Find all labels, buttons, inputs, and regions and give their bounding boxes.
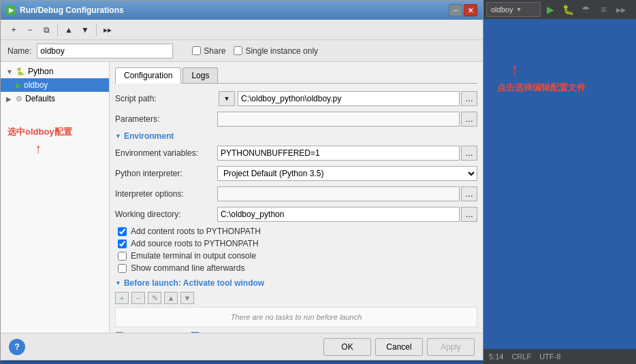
tree-oldboy-item[interactable]: ▶ oldboy <box>1 78 109 92</box>
parameters-input[interactable] <box>217 112 460 127</box>
interpreter-label: Python interpreter: <box>115 169 217 178</box>
close-button[interactable]: ✕ <box>464 4 477 16</box>
config-toolbar: + − ⧉ ▲ ▼ ▸▸ <box>1 20 483 40</box>
launch-empty-message: There are no tasks to run before launch <box>115 307 477 327</box>
before-launch-triangle-icon: ▼ <box>115 280 121 286</box>
check4-label: Show command line afterwards <box>131 263 244 273</box>
working-dir-row: Working directory: … <box>115 206 477 222</box>
annotation-arrow-left: ↑ <box>35 141 109 156</box>
copy-config-button[interactable]: ⧉ <box>39 22 54 37</box>
environment-header: ▼ Environment <box>115 131 477 141</box>
check3-row: Emulate terminal in output console <box>115 251 477 261</box>
parameters-label: Parameters: <box>115 114 217 124</box>
share-options: Share Single instance only <box>192 46 318 56</box>
single-instance-checkbox[interactable] <box>234 46 242 55</box>
launch-toolbar: + − ✎ ▲ ▼ <box>115 292 477 304</box>
config-name-input[interactable] <box>37 44 173 59</box>
add-config-button[interactable]: + <box>6 22 21 37</box>
launch-remove-button[interactable]: − <box>131 292 145 304</box>
expand-icon: ▼ <box>6 68 13 76</box>
run-selector-arrow-icon: ▼ <box>515 6 522 13</box>
interp-options-input[interactable] <box>217 186 460 201</box>
working-dir-input[interactable] <box>217 207 460 222</box>
parameters-row: Parameters: … <box>115 111 477 127</box>
interp-options-row: Interpreter options: … <box>115 186 477 202</box>
check2-checkbox[interactable] <box>118 239 127 248</box>
name-row: Name: Share Single instance only <box>1 40 483 62</box>
cancel-button[interactable]: Cancel <box>375 338 423 356</box>
run-config-selector[interactable]: oldboy ▼ <box>486 2 541 17</box>
share-checkbox[interactable] <box>192 46 201 55</box>
working-dir-label: Working directory: <box>115 210 217 219</box>
interp-options-browse[interactable]: … <box>461 186 477 201</box>
script-path-row: Script path: ▼ … <box>115 90 477 107</box>
tree-python-item[interactable]: ▼ 🐍 Python <box>1 65 109 78</box>
tab-configuration[interactable]: Configuration <box>115 67 181 84</box>
check3-label: Emulate terminal in output console <box>131 251 256 261</box>
cursor-position: 5:14 <box>489 352 503 361</box>
python-label: Python <box>28 67 53 76</box>
coverage-button[interactable]: ☂ <box>577 2 594 17</box>
expand-defaults-icon: ▶ <box>6 95 13 103</box>
minimize-button[interactable]: ─ <box>449 4 462 16</box>
defaults-label: Defaults <box>25 94 55 103</box>
env-triangle-icon: ▼ <box>115 133 121 139</box>
help-button[interactable]: ? <box>9 339 25 355</box>
more-run-button[interactable]: ▸▸ <box>613 2 629 17</box>
annotation-right-text: 点击选择编辑配置文件 <box>497 82 636 94</box>
check2-row: Add source roots to PYTHONPATH <box>115 239 477 248</box>
check3-checkbox[interactable] <box>118 252 127 261</box>
check1-checkbox[interactable] <box>118 227 127 236</box>
move-up-button[interactable]: ▲ <box>61 22 76 37</box>
debug-button[interactable]: 🐛 <box>560 2 576 17</box>
run-config-name: oldboy <box>491 5 513 14</box>
check4-checkbox[interactable] <box>118 264 127 273</box>
tab-logs[interactable]: Logs <box>182 67 218 83</box>
more-button[interactable]: ▸▸ <box>100 22 115 37</box>
run-button[interactable]: ▶ <box>542 2 558 17</box>
remove-config-button[interactable]: − <box>22 22 37 37</box>
check1-row: Add content roots to PYTHONPATH <box>115 227 477 236</box>
share-checkbox-label[interactable]: Share <box>192 46 225 56</box>
before-launch-section: ▼ Before launch: Activate tool window + … <box>115 278 477 327</box>
check1-label: Add content roots to PYTHONPATH <box>131 227 261 236</box>
dialog-footer: ? OK Cancel Apply <box>1 333 483 360</box>
profile-button[interactable]: ≡ <box>595 2 611 17</box>
env-variables-browse[interactable]: … <box>461 146 477 161</box>
script-path-label: Script path: <box>115 94 217 103</box>
launch-edit-button[interactable]: ✎ <box>148 292 161 304</box>
interp-options-label: Interpreter options: <box>115 189 217 199</box>
interpreter-select[interactable]: Project Default (Python 3.5) <box>217 166 477 181</box>
oldboy-label: oldboy <box>24 80 48 90</box>
ide-toolbar: oldboy ▼ ▶ 🐛 ☂ ≡ ▸▸ <box>483 0 636 19</box>
annotation-arrow-right: ↑ <box>511 60 636 79</box>
script-path-input[interactable] <box>238 91 460 106</box>
toolbar-separator-2 <box>96 24 97 36</box>
tree-defaults-item[interactable]: ▶ ⚙ Defaults <box>1 92 109 105</box>
script-path-dropdown[interactable]: ▼ <box>219 91 235 106</box>
apply-button[interactable]: Apply <box>427 338 475 356</box>
window-controls: ─ ✕ <box>449 4 477 16</box>
ide-statusbar: 5:14 CRLF UTF-8 <box>483 349 636 364</box>
interpreter-row: Python interpreter: Project Default (Pyt… <box>115 165 477 182</box>
working-dir-browse[interactable]: … <box>461 207 477 222</box>
environment-section: ▼ Environment Environment variables: … P… <box>115 131 477 273</box>
file-encoding: UTF-8 <box>539 352 560 361</box>
launch-down-button[interactable]: ▼ <box>180 292 194 304</box>
env-variables-row: Environment variables: … <box>115 145 477 161</box>
launch-add-button[interactable]: + <box>115 292 129 304</box>
tabs: Configuration Logs <box>115 67 477 84</box>
ok-button[interactable]: OK <box>323 338 371 356</box>
move-down-button[interactable]: ▼ <box>78 22 93 37</box>
parameters-browse[interactable]: … <box>461 112 477 127</box>
single-instance-label[interactable]: Single instance only <box>234 46 318 56</box>
script-path-browse[interactable]: … <box>461 91 477 106</box>
window-title: Run/Debug Configurations <box>20 5 124 15</box>
name-label: Name: <box>7 46 31 56</box>
run-config-icon: ▶ <box>16 81 21 90</box>
env-variables-input[interactable] <box>217 146 460 161</box>
right-panel: Configuration Logs Script path: ▼ … Para… <box>110 62 483 360</box>
defaults-icon: ⚙ <box>16 95 22 103</box>
launch-up-button[interactable]: ▲ <box>164 292 178 304</box>
before-launch-header: ▼ Before launch: Activate tool window <box>115 278 477 288</box>
